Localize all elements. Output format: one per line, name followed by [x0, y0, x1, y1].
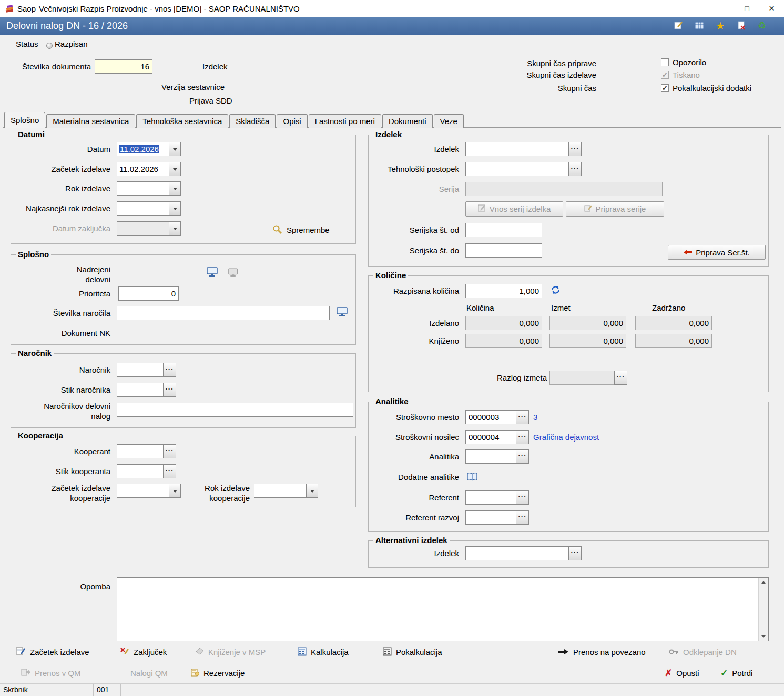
stroskovni-nosilec-input[interactable]: 0000004: [465, 430, 516, 444]
prenos-povezano-button[interactable]: Prenos na povezano: [558, 646, 646, 658]
minimize-button[interactable]: —: [710, 0, 735, 17]
refresh-icon[interactable]: [550, 285, 561, 296]
priprava-ser-st-button[interactable]: Priprava Ser.št.: [668, 245, 766, 260]
status-label: Status: [16, 37, 38, 51]
narocnik-lookup-button[interactable]: [163, 363, 176, 377]
opomba-textarea[interactable]: [117, 577, 769, 641]
rok-kooperacije-dropdown-icon[interactable]: [306, 484, 318, 498]
checkbox-opozorilo-box[interactable]: [661, 58, 669, 66]
stik-kooperanta-lookup-button[interactable]: [163, 464, 176, 478]
izdelek-label: Izdelek: [349, 142, 459, 156]
analitika-input[interactable]: [465, 449, 516, 464]
prioriteta-input[interactable]: 0: [118, 286, 179, 301]
group-analitike-title: Analitike: [373, 397, 411, 406]
opusti-button[interactable]: ✗ Opusti: [665, 667, 699, 679]
tab-veze[interactable]: Veze: [434, 114, 464, 128]
magnifier-icon[interactable]: [272, 224, 282, 236]
tab-materialna-sestavnica[interactable]: Materialna sestavnica: [46, 114, 135, 128]
edit-note-icon[interactable]: [674, 21, 683, 30]
spremembe-link[interactable]: Spremembe: [287, 223, 330, 237]
kooperant-input[interactable]: [117, 444, 164, 458]
scroll-down-icon[interactable]: [759, 632, 768, 641]
tab-splosno[interactable]: Splošno: [4, 112, 45, 128]
maximize-button[interactable]: □: [735, 0, 759, 17]
document-delete-icon[interactable]: [737, 21, 746, 30]
close-button[interactable]: ×: [759, 0, 784, 17]
potrdi-button[interactable]: ✓ Potrdi: [720, 667, 752, 679]
najkasnejsi-dropdown-icon[interactable]: [169, 201, 181, 216]
referent-razvoj-input[interactable]: [465, 510, 516, 525]
referent-lookup-button[interactable]: [516, 490, 529, 505]
kalkulacija-button[interactable]: Kalkulacija: [298, 646, 349, 658]
tab-lastnosti-po-meri[interactable]: Lastnosti po meri: [309, 114, 381, 128]
razlog-izmeta-label: Razlog izmeta: [405, 371, 547, 385]
najkasnejsi-rok-combo[interactable]: [117, 201, 181, 216]
tab-tehnoloska-sestavnica[interactable]: Tehnološka sestavnica: [136, 114, 228, 128]
page-title: Delovni nalog DN - 16 / 2026: [6, 21, 128, 32]
stevilka-narocila-label: Številka naročila: [0, 306, 110, 320]
tab-opisi[interactable]: Opisi: [277, 114, 307, 128]
statusbar-code: 001: [94, 684, 121, 696]
scroll-up-icon[interactable]: [759, 578, 768, 587]
tab-skladisca[interactable]: Skladišča: [229, 114, 276, 128]
rok-dropdown-icon[interactable]: [169, 181, 181, 196]
serijska-do-input[interactable]: [465, 243, 542, 258]
stevilka-narocila-input[interactable]: [117, 306, 330, 320]
doc-number-input[interactable]: 16: [95, 59, 152, 74]
referent-razvoj-lookup-button[interactable]: [516, 510, 529, 525]
zacetek-kooperacije-dropdown-icon[interactable]: [169, 484, 181, 498]
alternativni-izdelek-input[interactable]: [465, 546, 569, 560]
datum-dropdown-icon[interactable]: [169, 142, 181, 156]
stik-narocnika-input[interactable]: [117, 383, 164, 397]
zacetek-kooperacije-combo[interactable]: [117, 484, 181, 498]
arrow-right-icon: [558, 648, 569, 657]
refresh-green-icon[interactable]: ♻: [758, 20, 766, 32]
favorites-star-icon[interactable]: ★: [716, 19, 725, 32]
referent-input[interactable]: [465, 490, 516, 505]
alternativni-izdelek-lookup-button[interactable]: [568, 546, 582, 560]
opomba-scrollbar[interactable]: [758, 578, 768, 641]
doc-number-label: Številka dokumenta: [0, 59, 91, 74]
book-icon[interactable]: [467, 473, 477, 483]
rok-kooperacije-combo[interactable]: [254, 484, 318, 498]
zacetek-izdelave-button[interactable]: Začetek izdelave: [16, 646, 89, 658]
izdelek-input[interactable]: [465, 142, 569, 156]
razpisana-kolicina-input[interactable]: 1,000: [465, 284, 542, 298]
nadrejeni-lookup-monitor-icon[interactable]: [207, 267, 218, 279]
checkbox-opozorilo[interactable]: Opozorilo: [661, 58, 706, 67]
stroskovno-mesto-input[interactable]: 0000003: [465, 410, 516, 424]
zacetek-dropdown-icon[interactable]: [169, 162, 181, 176]
razlog-izmeta-lookup-button[interactable]: [614, 371, 627, 385]
stik-narocnika-lookup-button[interactable]: [163, 383, 176, 397]
zacetek-izdelave-combo[interactable]: 11.02.2026: [117, 162, 181, 176]
rezervacije-button[interactable]: Rezervacije: [191, 667, 245, 679]
zakljucek-button[interactable]: Zaključek: [120, 646, 167, 658]
stroskovni-nosilec-lookup-button[interactable]: [516, 430, 529, 444]
window-title: Večnivojski Razpis Proizvodnje - vnos [D…: [39, 4, 300, 13]
narocnikov-dn-input[interactable]: [117, 403, 353, 417]
rok-izdelave-combo[interactable]: [117, 181, 181, 196]
stroskovno-mesto-lookup-button[interactable]: [516, 410, 529, 424]
group-izdelek-title: Izdelek: [373, 130, 404, 139]
pokalkulacija-button[interactable]: Pokalkulacija: [383, 646, 442, 658]
column-settings-icon[interactable]: [695, 22, 704, 30]
kooperant-lookup-button[interactable]: [163, 444, 176, 458]
tehnoloski-postopek-input[interactable]: [465, 162, 569, 176]
checkbox-tiskano-box: ✓: [661, 71, 669, 79]
serijska-od-input[interactable]: [465, 223, 542, 237]
zacetek-izdelave-label: Začetek izdelave: [0, 162, 110, 176]
checkbox-pokalkulacijski-box[interactable]: ✓: [661, 84, 669, 92]
serijska-od-label: Serijska št. od: [349, 223, 459, 237]
narocilo-lookup-monitor-icon[interactable]: [337, 307, 348, 319]
stik-kooperanta-input[interactable]: [117, 464, 164, 478]
tab-dokumenti[interactable]: Dokumenti: [382, 114, 433, 128]
stik-kooperanta-label: Stik kooperanta: [0, 464, 110, 478]
opomba-label: Opomba: [0, 579, 110, 593]
datum-combo[interactable]: 11.02.2026: [117, 142, 181, 156]
izdelek-lookup-button[interactable]: [568, 142, 582, 156]
tehnoloski-lookup-button[interactable]: [568, 162, 582, 176]
analitika-lookup-button[interactable]: [516, 449, 529, 464]
narocnik-input[interactable]: [117, 363, 164, 377]
checkbox-pokalkulacijski[interactable]: ✓ Pokalkulacijski dodatki: [661, 84, 751, 93]
group-splosno-title: Splošno: [16, 250, 51, 259]
